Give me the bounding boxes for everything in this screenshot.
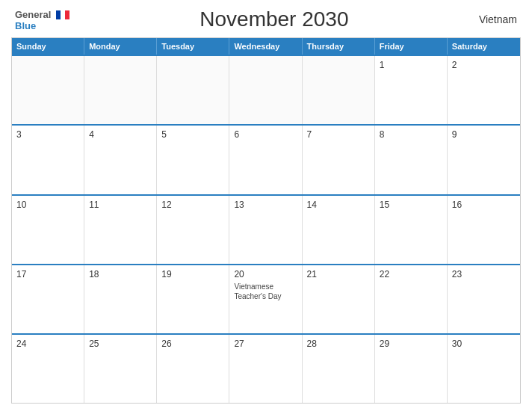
day-number: 20 [234,269,297,279]
day-number: 18 [89,269,152,279]
calendar-cell: 16 [448,196,520,264]
calendar-header: SundayMondayTuesdayWednesdayThursdayFrid… [12,38,520,55]
calendar-cell: 26 [157,335,229,403]
calendar-cell: 6 [229,126,302,194]
calendar-cell: 11 [84,196,157,264]
logo-general-text: General [15,9,51,20]
calendar-header-friday: Friday [375,38,448,55]
calendar-event: Vietnamese Teacher's Day [234,282,297,301]
day-number: 29 [380,339,442,349]
logo: General Blue [15,7,69,31]
calendar-cell: 27 [229,335,302,403]
day-number: 6 [234,129,297,140]
calendar-cell: 18 [84,265,157,333]
calendar-header-sunday: Sunday [12,38,84,55]
day-number: 22 [380,269,442,279]
day-number: 4 [89,129,152,140]
calendar-cell: 19 [157,265,229,333]
day-number: 8 [380,129,442,140]
day-number: 3 [16,129,79,140]
calendar-cell: 9 [448,126,520,194]
day-number: 30 [452,339,516,349]
calendar-week-4: 17181920Vietnamese Teacher's Day212223 [12,264,520,333]
calendar-cell [229,56,302,124]
calendar-cell: 24 [12,335,84,403]
calendar-cell: 25 [84,335,157,403]
calendar-cell: 14 [303,196,375,264]
calendar-cell: 21 [303,265,375,333]
calendar-cell: 30 [448,335,520,403]
day-number: 15 [380,200,442,210]
calendar-cell: 7 [303,126,375,194]
calendar-cell: 5 [157,126,229,194]
calendar-week-5: 24252627282930 [12,333,520,403]
country-label: Vietnam [479,13,517,25]
day-number: 26 [161,339,224,349]
calendar-page: General Blue November 2030 Vietnam Sunda… [0,0,532,411]
calendar-cell: 22 [375,265,448,333]
calendar-cell: 1 [375,56,448,124]
calendar-cell: 20Vietnamese Teacher's Day [229,265,302,333]
calendar-cell: 10 [12,196,84,264]
calendar-cell: 13 [229,196,302,264]
calendar-header-monday: Monday [84,38,157,55]
calendar-week-3: 10111213141516 [12,194,520,264]
calendar-cell: 12 [157,196,229,264]
calendar-cell: 28 [303,335,375,403]
calendar-cell: 29 [375,335,448,403]
calendar-header-wednesday: Wednesday [229,38,302,55]
calendar-week-1: 12 [12,55,520,124]
day-number: 24 [16,339,79,349]
day-number: 7 [307,129,370,140]
day-number: 1 [380,60,442,70]
day-number: 9 [452,129,516,140]
calendar-cell: 2 [448,56,520,124]
calendar-week-2: 3456789 [12,124,520,194]
calendar-header-thursday: Thursday [303,38,375,55]
day-number: 17 [16,269,79,279]
day-number: 11 [89,200,152,210]
calendar-cell [84,56,157,124]
logo-flag-icon [56,10,69,19]
calendar-cell: 17 [12,265,84,333]
day-number: 19 [161,269,224,279]
calendar-cell: 3 [12,126,84,194]
day-number: 23 [452,269,516,279]
day-number: 12 [161,200,224,210]
calendar-cell: 8 [375,126,448,194]
calendar-header-tuesday: Tuesday [157,38,229,55]
day-number: 21 [307,269,370,279]
day-number: 10 [16,200,79,210]
calendar-header-saturday: Saturday [448,38,520,55]
page-title: November 2030 [200,7,348,31]
day-number: 14 [307,200,370,210]
page-header: General Blue November 2030 Vietnam [11,7,521,31]
calendar-cell: 15 [375,196,448,264]
logo-top: General [15,7,69,21]
day-number: 13 [234,200,297,210]
calendar-body: 1234567891011121314151617181920Vietnames… [12,55,520,403]
calendar-cell: 4 [84,126,157,194]
logo-blue-text: Blue [15,21,36,31]
calendar-cell: 23 [448,265,520,333]
calendar-cell [157,56,229,124]
calendar-grid: SundayMondayTuesdayWednesdayThursdayFrid… [11,37,521,404]
calendar-cell [303,56,375,124]
day-number: 27 [234,339,297,349]
day-number: 5 [161,129,224,140]
day-number: 16 [452,200,516,210]
day-number: 28 [307,339,370,349]
day-number: 25 [89,339,152,349]
calendar-cell [12,56,84,124]
day-number: 2 [452,60,516,70]
